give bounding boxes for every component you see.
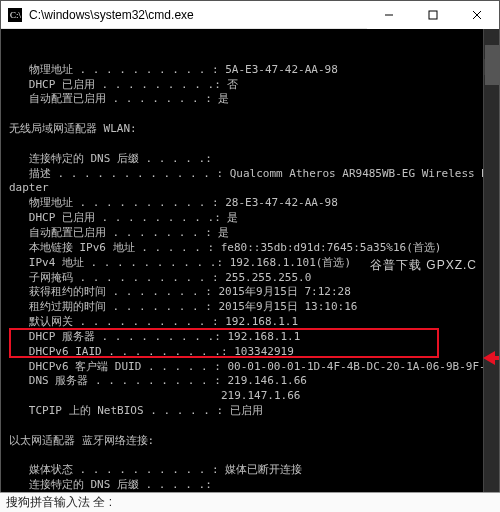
output-line: DHCPv6 IAID . . . . . . . . .: 103342919: [9, 345, 491, 360]
svg-rect-3: [429, 11, 437, 19]
maximize-button[interactable]: [411, 1, 455, 29]
window-title: C:\windows\system32\cmd.exe: [29, 8, 367, 22]
output-line: DHCP 已启用 . . . . . . . . .: 否: [9, 78, 491, 93]
cmd-icon: C:\: [7, 7, 23, 23]
ime-status-bar[interactable]: 搜狗拼音输入法 全 :: [0, 492, 500, 512]
scrollbar[interactable]: ▲ ▼: [483, 29, 499, 511]
output-line: 媒体状态 . . . . . . . . . . : 媒体已断开连接: [9, 463, 491, 478]
output-line: DHCP 已启用 . . . . . . . . .: 是: [9, 211, 491, 226]
output-line: 219.147.1.66: [9, 389, 491, 404]
output-line: 本地链接 IPv6 地址 . . . . . : fe80::35db:d91d…: [9, 241, 491, 256]
output-line: 默认网关 . . . . . . . . . . : 192.168.1.1: [9, 315, 491, 330]
output-line: 自动配置已启用 . . . . . . . : 是: [9, 226, 491, 241]
titlebar: C:\ C:\windows\system32\cmd.exe: [1, 1, 499, 29]
svg-text:C:\: C:\: [10, 10, 22, 20]
output-line: 物理地址 . . . . . . . . . . : 5A-E3-47-42-A…: [9, 63, 491, 78]
minimize-button[interactable]: [367, 1, 411, 29]
terminal-output[interactable]: 物理地址 . . . . . . . . . . : 5A-E3-47-42-A…: [1, 29, 499, 511]
output-line: DHCPv6 客户端 DUID . . . . . : 00-01-00-01-…: [9, 360, 491, 375]
output-line: IPv4 地址 . . . . . . . . . .: 192.168.1.1…: [9, 256, 491, 271]
output-line: 租约过期的时间 . . . . . . . : 2015年9月15日 13:10…: [9, 300, 491, 315]
output-line: 自动配置已启用 . . . . . . . : 是: [9, 92, 491, 107]
output-line: 子网掩码 . . . . . . . . . . : 255.255.255.0: [9, 271, 491, 286]
scroll-thumb[interactable]: [485, 45, 499, 85]
output-line: DNS 服务器 . . . . . . . . . : 219.146.1.66: [9, 374, 491, 389]
output-line: 获得租约的时间 . . . . . . . : 2015年9月15日 7:12:…: [9, 285, 491, 300]
output-line: DHCP 服务器 . . . . . . . . .: 192.168.1.1: [9, 330, 491, 345]
output-line: [9, 107, 491, 122]
output-line: TCPIP 上的 NetBIOS . . . . . : 已启用: [9, 404, 491, 419]
output-line: 连接特定的 DNS 后缀 . . . . .:: [9, 478, 491, 493]
close-button[interactable]: [455, 1, 499, 29]
output-line: [9, 449, 491, 464]
window-controls: [367, 1, 499, 29]
output-line: dapter: [9, 181, 491, 196]
cmd-window: C:\ C:\windows\system32\cmd.exe 物理地址 . .…: [0, 0, 500, 512]
output-line: 连接特定的 DNS 后缀 . . . . .:: [9, 152, 491, 167]
output-line: 无线局域网适配器 WLAN:: [9, 122, 491, 137]
output-line: [9, 137, 491, 152]
output-line: 物理地址 . . . . . . . . . . : 28-E3-47-42-A…: [9, 196, 491, 211]
output-line: [9, 419, 491, 434]
output-line: 以太网适配器 蓝牙网络连接:: [9, 434, 491, 449]
output-line: 描述 . . . . . . . . . . . . : Qualcomm At…: [9, 167, 491, 182]
